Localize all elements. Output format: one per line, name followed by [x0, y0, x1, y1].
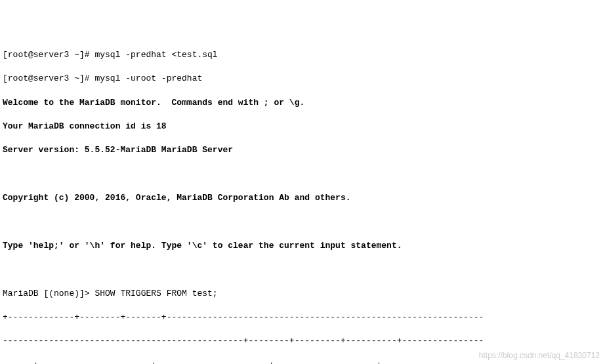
table-separator: ----------------------------------------…: [3, 335, 602, 347]
welcome-line-3: Server version: 5.5.52-MariaDB MariaDB S…: [3, 144, 602, 156]
shell-prompt-line-1: [root@server3 ~]# mysql -predhat <test.s…: [3, 49, 602, 61]
blank-line: [3, 169, 602, 180]
blank-line: [3, 264, 602, 275]
welcome-line-2: Your MariaDB connection id is 18: [3, 121, 602, 132]
shell-prompt-line-2: [root@server3 ~]# mysql -uroot -predhat: [3, 73, 602, 85]
table-separator: +-------------+--------+-------+--------…: [3, 312, 602, 323]
copyright-line: Copyright (c) 2000, 2016, Oracle, MariaD…: [3, 192, 602, 204]
mariadb-prompt[interactable]: MariaDB [(none)]> SHOW TRIGGERS FROM tes…: [3, 288, 602, 300]
blank-line: [3, 216, 602, 228]
help-line: Type 'help;' or '\h' for help. Type '\c'…: [3, 240, 602, 252]
welcome-line-1: Welcome to the MariaDB monitor. Commands…: [3, 97, 602, 109]
watermark-text: https://blog.csdn.net/qq_41830712: [479, 350, 600, 361]
